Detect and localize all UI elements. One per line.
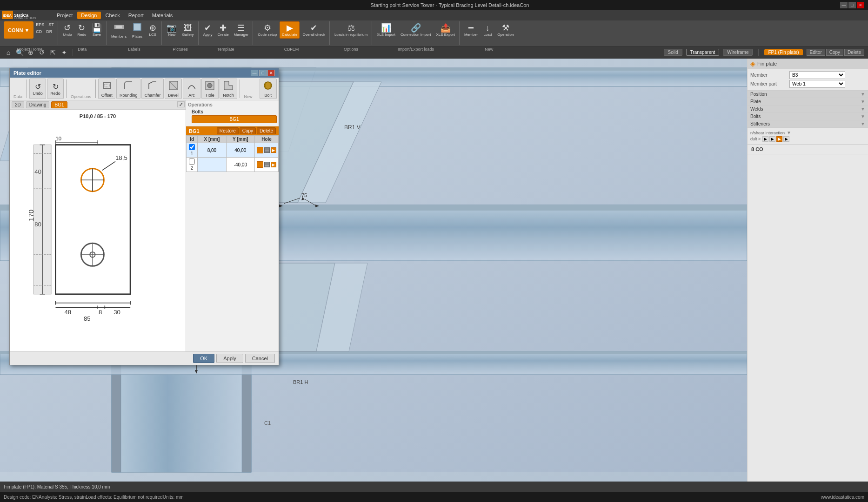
new-operation-button[interactable]: ⚒ Operation <box>495 21 516 39</box>
section-header-3[interactable]: Welds ▼ <box>748 106 868 112</box>
dialog-close-button[interactable]: ✕ <box>267 70 275 76</box>
dialog-maximize-button[interactable]: □ <box>259 70 267 76</box>
default-btn-1[interactable]: ▶ <box>762 136 768 142</box>
pe-2d-button[interactable]: 2D <box>12 101 24 108</box>
camera-icon: 📷 <box>167 24 177 32</box>
gallery-button[interactable]: 🖼 Gallery <box>180 21 196 39</box>
redo-button[interactable]: ↻ Redo <box>75 21 89 39</box>
x-input-1[interactable] <box>200 148 224 153</box>
cd-button[interactable]: CD <box>34 28 44 35</box>
copy-panel-button[interactable]: Copy <box>826 49 843 56</box>
section-header-4[interactable]: Bolts ▼ <box>748 113 868 120</box>
pe-bg1-button[interactable]: BG1 <box>51 101 67 108</box>
apply-footer-button[interactable]: Apply <box>216 354 243 363</box>
hole-plus-btn-2[interactable]: ▶ <box>271 162 276 167</box>
wireframe-mode-button[interactable]: Wireframe <box>723 49 753 56</box>
member-select[interactable]: B3 <box>789 71 845 79</box>
new-load-button[interactable]: ↓ Load <box>481 21 494 39</box>
svg-text:8: 8 <box>99 309 102 316</box>
bg1-header: BG1 Restore Copy Delete <box>186 126 279 135</box>
expand-drawing-button[interactable]: ⤢ <box>177 101 185 107</box>
conn-dropdown-button[interactable]: CONN ▼ <box>4 21 33 39</box>
editor-button[interactable]: Editor <box>807 49 825 56</box>
y-input-1[interactable] <box>228 148 253 153</box>
new-picture-button[interactable]: 📷 New <box>164 21 179 39</box>
hole-plus-btn-1[interactable]: ▶ <box>271 147 276 153</box>
members-button[interactable]: Members <box>109 21 129 39</box>
section-5: Stiffeners ▼ <box>748 120 868 128</box>
xls-import-button[interactable]: 📊 XLS Import <box>374 21 398 39</box>
default-btn-4[interactable]: ▶ <box>783 136 789 142</box>
delete-bg1-button[interactable]: Delete <box>257 127 276 134</box>
ok-button[interactable]: OK <box>193 354 214 363</box>
lcs-button[interactable]: ⊕ LCS <box>146 21 160 39</box>
hole-minus-btn-2[interactable]: — <box>264 162 270 167</box>
row-checkbox-2[interactable] <box>189 159 195 165</box>
cell-y-1[interactable] <box>226 143 254 158</box>
section-header-1[interactable]: Position ▼ <box>748 91 868 98</box>
pe-sep-3 <box>95 79 96 98</box>
copy-bg1-button[interactable]: Copy <box>240 127 256 134</box>
default-btn-2[interactable]: ▶ <box>769 136 775 142</box>
code-setup-button[interactable]: ⚙ Code setup <box>255 21 279 39</box>
pe-hole-button[interactable]: Hole <box>201 79 219 99</box>
dr-button[interactable]: DR <box>44 28 54 35</box>
st-button[interactable]: ST <box>47 21 56 28</box>
plate-editor-drawing[interactable]: 2D Drawing BG1 ⤢ <box>10 100 186 351</box>
member-part-select[interactable]: Web 1 <box>789 80 845 88</box>
connection-import-button[interactable]: 🔗 Connection Import <box>398 21 433 39</box>
plate-editor-right-panel: Operations Bolts BG1 BG1 Restore Copy <box>186 100 279 351</box>
menu-materials[interactable]: Materials <box>148 12 177 19</box>
hole-indicator-1 <box>257 147 263 153</box>
y-input-2[interactable] <box>228 162 253 167</box>
delete-panel-button[interactable]: Delete <box>844 49 864 56</box>
menu-check[interactable]: Check <box>102 12 124 19</box>
dialog-minimize-button[interactable]: — <box>251 70 258 76</box>
window-controls[interactable]: — □ ✕ <box>840 2 864 8</box>
menu-project[interactable]: Project <box>53 12 76 19</box>
plates-button[interactable]: Plates <box>129 21 145 39</box>
maximize-button[interactable]: □ <box>848 2 856 8</box>
pe-chamfer-button[interactable]: Chamfer <box>141 79 164 99</box>
loads-equilibrium-button[interactable]: ⚖ Loads in equilibrium <box>332 21 370 39</box>
eps-button[interactable]: EPS <box>34 21 46 28</box>
pe-bolt-button[interactable]: Bolt <box>260 79 277 99</box>
cell-y-2[interactable] <box>226 158 254 172</box>
transparent-mode-button[interactable]: Transparent <box>686 49 720 56</box>
section-header-2[interactable]: Plate ▼ <box>748 98 868 105</box>
calculate-button[interactable]: ▶ Calculate <box>280 21 300 39</box>
default-btn-3[interactable]: ▶ <box>776 136 782 142</box>
menu-design[interactable]: Design <box>77 12 100 19</box>
restore-button[interactable]: Restore <box>217 127 239 134</box>
pe-undo-button[interactable]: ↺ Undo <box>29 79 46 99</box>
apply-button[interactable]: ✔ Apply <box>201 21 215 39</box>
save-button[interactable]: 💾 Save <box>89 21 104 39</box>
3d-viewport[interactable]: 10 75 42 40 170 42 <box>0 59 747 482</box>
pe-drawing-button[interactable]: Drawing <box>26 101 50 108</box>
pe-notch-button[interactable]: Notch <box>220 79 237 99</box>
pe-arc-button[interactable]: Arc <box>183 79 200 99</box>
xls-export-button[interactable]: 📤 XLS Export <box>434 21 457 39</box>
pe-redo-button[interactable]: ↻ Redo <box>47 79 64 99</box>
minimize-button[interactable]: — <box>840 2 848 8</box>
hole-minus-btn-1[interactable]: — <box>264 147 270 153</box>
section-header-5[interactable]: Stiffeners ▼ <box>748 120 868 127</box>
overall-check-button[interactable]: ✔ Overall check <box>300 21 327 39</box>
menu-report[interactable]: Report <box>125 12 147 19</box>
new-member-button[interactable]: ━ Member <box>462 21 480 39</box>
cancel-button[interactable]: Cancel <box>245 354 275 363</box>
pe-rounding-button[interactable]: Rounding <box>116 79 140 99</box>
member-section: Member B3 Member part Web 1 <box>748 69 868 91</box>
manager-button[interactable]: ☰ Manager <box>232 21 251 39</box>
undo-button[interactable]: ↺ Undo <box>60 21 74 39</box>
pe-offset-button[interactable]: Offset <box>98 79 115 99</box>
cell-x-2[interactable] <box>198 158 226 172</box>
close-button[interactable]: ✕ <box>857 2 864 8</box>
solid-mode-button[interactable]: Solid <box>664 49 682 56</box>
x-input-2[interactable] <box>200 162 224 167</box>
pe-bevel-button[interactable]: Bevel <box>165 79 182 99</box>
cell-x-1[interactable] <box>198 143 226 158</box>
bg1-ops-button[interactable]: BG1 <box>192 115 277 123</box>
row-checkbox-1[interactable] <box>189 144 195 150</box>
create-button[interactable]: ✚ Create <box>215 21 231 39</box>
